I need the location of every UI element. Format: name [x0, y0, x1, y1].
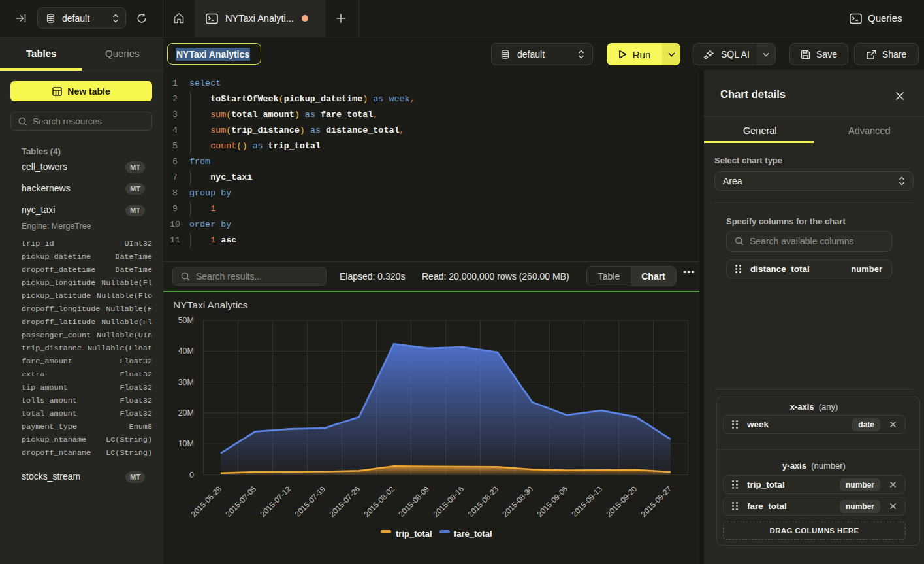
svg-text:trip_total: trip_total [396, 529, 432, 539]
svg-text:2015-08-09: 2015-08-09 [397, 484, 432, 519]
svg-text:2015-08-02: 2015-08-02 [362, 484, 397, 519]
svg-text:2015-09-06: 2015-09-06 [535, 484, 570, 519]
svg-text:30M: 30M [178, 378, 194, 387]
svg-text:20M: 20M [178, 408, 194, 418]
svg-text:2015-07-26: 2015-07-26 [328, 484, 362, 519]
svg-text:2015-09-27: 2015-09-27 [639, 484, 674, 519]
svg-text:2015-08-16: 2015-08-16 [432, 484, 466, 519]
svg-text:50M: 50M [178, 316, 194, 325]
svg-text:2015-08-23: 2015-08-23 [466, 484, 501, 519]
svg-text:40M: 40M [178, 346, 194, 356]
svg-text:10M: 10M [178, 439, 194, 448]
svg-text:2015-07-19: 2015-07-19 [293, 484, 328, 519]
svg-text:2015-08-30: 2015-08-30 [501, 484, 535, 519]
svg-text:2015-06-28: 2015-06-28 [189, 484, 224, 519]
svg-text:fare_total: fare_total [454, 529, 492, 539]
svg-text:2015-07-12: 2015-07-12 [259, 484, 293, 519]
svg-text:2015-09-20: 2015-09-20 [605, 484, 639, 519]
svg-text:2015-07-05: 2015-07-05 [224, 484, 259, 519]
svg-text:2015-09-13: 2015-09-13 [570, 484, 605, 519]
svg-text:0: 0 [189, 471, 194, 480]
